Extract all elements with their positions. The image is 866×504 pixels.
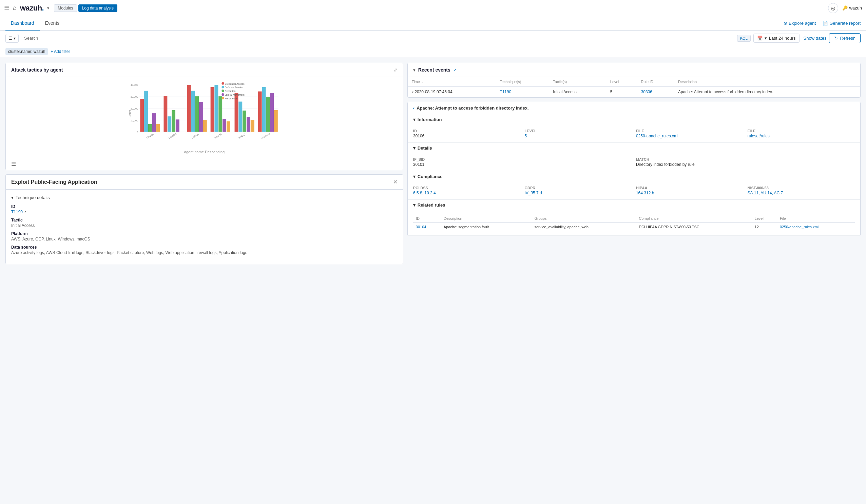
compliance-toggle[interactable]: ▾ Compliance — [408, 171, 860, 182]
kql-badge[interactable]: KQL — [737, 35, 751, 42]
search-input[interactable] — [21, 34, 734, 42]
pci-value[interactable]: 6.5.8, 10.2.4 — [413, 191, 521, 195]
generate-report-link[interactable]: 📄 Generate report — [823, 21, 861, 26]
svg-text:Credential Access: Credential Access — [224, 82, 245, 86]
compliance-toggle-icon: ▾ — [413, 174, 415, 179]
notifications-icon[interactable]: ◎ — [828, 3, 838, 13]
time-range-picker[interactable]: 📅 ▾ Last 24 hours — [753, 34, 800, 43]
compliance-section: ▾ Compliance PCI DSS 6.5.8, 10.2.4 GDPR … — [408, 171, 860, 200]
refresh-button[interactable]: ↻ Refresh — [829, 33, 861, 43]
add-filter-button[interactable]: + Add filter — [51, 49, 70, 54]
svg-rect-24 — [203, 120, 207, 132]
svg-point-50 — [222, 90, 224, 92]
gdpr-value[interactable]: IV_35.7.d — [524, 191, 632, 195]
refresh-label: Refresh — [840, 36, 855, 41]
logo-dropdown-icon[interactable]: ▾ — [47, 6, 49, 11]
show-dates-button[interactable]: Show dates — [803, 36, 826, 41]
info-id-label: ID — [413, 129, 521, 133]
svg-text:Execution: Execution — [224, 90, 235, 93]
recent-events-table: Time ↓ Technique(s) Tactic(s) Level Rule… — [408, 77, 860, 97]
time-sort-icon[interactable]: ↓ — [421, 80, 423, 84]
info-id-value: 30106 — [413, 134, 521, 138]
rule-id-link[interactable]: 30104 — [416, 225, 426, 229]
rules-col-compliance: Compliance — [636, 214, 752, 223]
svg-rect-27 — [219, 96, 222, 132]
back-icon: ‹ — [413, 105, 414, 111]
rule-file: 0250-apache_rules.xml — [777, 223, 855, 231]
detail-panel: ‹ Apache: Attempt to access forbidden di… — [407, 102, 861, 236]
recent-events-table-wrap: Time ↓ Technique(s) Tactic(s) Level Rule… — [408, 77, 860, 97]
recent-events-external-link[interactable]: ↗ — [453, 67, 457, 72]
rule-id-link[interactable]: 30306 — [641, 90, 652, 94]
related-rules-toggle[interactable]: ▾ Related rules — [408, 200, 860, 210]
tab-dashboard[interactable]: Dashboard — [5, 16, 40, 31]
hipaa-value[interactable]: 164.312.b — [636, 191, 744, 195]
platform-value: AWS, Azure, GCP, Linux, Windows, macOS — [11, 237, 398, 242]
tab-events[interactable]: Events — [40, 16, 65, 31]
row-expand-icon[interactable]: ▾ — [412, 90, 413, 94]
rule-file-link[interactable]: 0250-apache_rules.xml — [780, 225, 819, 229]
home-icon[interactable]: ⌂ — [13, 4, 16, 12]
details-toggle[interactable]: ▾ Details — [408, 143, 860, 153]
col-tactics: Tactic(s) — [549, 77, 606, 87]
hipaa-field: HIPAA 164.312.b — [636, 186, 744, 195]
expand-chart-icon[interactable]: ⤢ — [393, 67, 398, 72]
svg-text:Persistence: Persistence — [224, 97, 237, 100]
detail-back-header[interactable]: ‹ Apache: Attempt to access forbidden di… — [408, 102, 860, 114]
explore-agent-link[interactable]: ⊙ Explore agent — [784, 21, 816, 26]
menu-icon[interactable]: ☰ — [4, 4, 10, 12]
related-rules-section: ▾ Related rules ID Description Groups Co… — [408, 200, 860, 236]
platform-label: Platform — [11, 231, 398, 236]
nist-value[interactable]: SA.11, AU.14, AC.7 — [747, 191, 855, 195]
details-toggle-icon: ▾ — [413, 146, 415, 150]
left-panel: Attack tactics by agent ⤢ Count 40,000 3… — [5, 63, 407, 502]
col-rule-id: Rule ID — [637, 77, 674, 87]
technique-details-toggle[interactable]: ▾ Technique details — [11, 195, 398, 200]
recent-events-title: Recent events — [418, 67, 451, 72]
svg-rect-16 — [164, 96, 167, 132]
col-time: Time ↓ — [408, 77, 496, 87]
svg-point-46 — [222, 82, 224, 85]
svg-rect-28 — [223, 119, 226, 132]
svg-text:macOS: macOS — [214, 133, 223, 139]
attack-tactics-card: Attack tactics by agent ⤢ Count 40,000 3… — [5, 63, 403, 170]
info-file2-value[interactable]: ruleset/rules — [747, 134, 855, 138]
event-description: Apache: Attempt to access forbidden dire… — [674, 87, 860, 97]
svg-rect-33 — [247, 117, 250, 132]
recent-events-card: ▾ Recent events ↗ Time ↓ — [407, 63, 861, 98]
svg-text:CentOS: CentOS — [168, 133, 177, 140]
search-type-button[interactable]: ☰ ▾ — [5, 34, 19, 43]
svg-rect-31 — [238, 102, 242, 132]
technique-details-label: Technique details — [15, 195, 49, 200]
event-level: 5 — [606, 87, 637, 97]
bar-chart: Count 40,000 30,000 20,000 10,000 0 — [10, 80, 399, 147]
svg-rect-39 — [274, 110, 278, 132]
technique-link[interactable]: T1190 — [500, 90, 511, 94]
filter-chip[interactable]: cluster.name: wazuh — [5, 48, 48, 55]
svg-text:RHEL7: RHEL7 — [238, 133, 247, 139]
user-icon: 🔑 — [842, 5, 848, 11]
tabs-bar: Dashboard Events ⊙ Explore agent 📄 Gener… — [0, 16, 866, 31]
nist-field: NIST-800-53 SA.11, AU.14, AC.7 — [747, 186, 855, 195]
information-toggle[interactable]: ▾ Information — [408, 114, 860, 125]
close-technique-button[interactable]: ✕ — [393, 179, 398, 185]
details-body: if_sid 30101 Match Directory index forbi… — [408, 153, 860, 171]
section-expand-icon[interactable]: ▾ — [413, 67, 415, 72]
chart-title: Attack tactics by agent — [11, 67, 63, 72]
modules-pill[interactable]: Modules — [54, 4, 77, 12]
match-field: Match Directory index forbidden by rule — [636, 157, 855, 167]
list-view-icon[interactable]: ☰ — [11, 161, 16, 167]
id-value: T1190 ↗ — [11, 210, 398, 214]
svg-rect-22 — [195, 96, 199, 132]
match-label: Match — [636, 157, 855, 161]
external-link-icon: ↗ — [24, 210, 26, 214]
rule-level: 12 — [752, 223, 777, 231]
technique-title: Exploit Public-Facing Application — [11, 179, 97, 185]
event-row[interactable]: ▾ 2020-08-19 07:45:04 T1190 Initial Acce… — [408, 87, 860, 97]
log-data-pill[interactable]: Log data analysis — [78, 4, 118, 12]
technique-id-link[interactable]: T1190 — [11, 210, 23, 214]
info-file1-value[interactable]: 0250-apache_rules.xml — [636, 134, 744, 138]
svg-rect-21 — [191, 91, 195, 132]
toolbar: ☰ ▾ KQL 📅 ▾ Last 24 hours Show dates ↻ R… — [0, 31, 866, 46]
user-menu[interactable]: 🔑 wazuh — [842, 5, 862, 11]
